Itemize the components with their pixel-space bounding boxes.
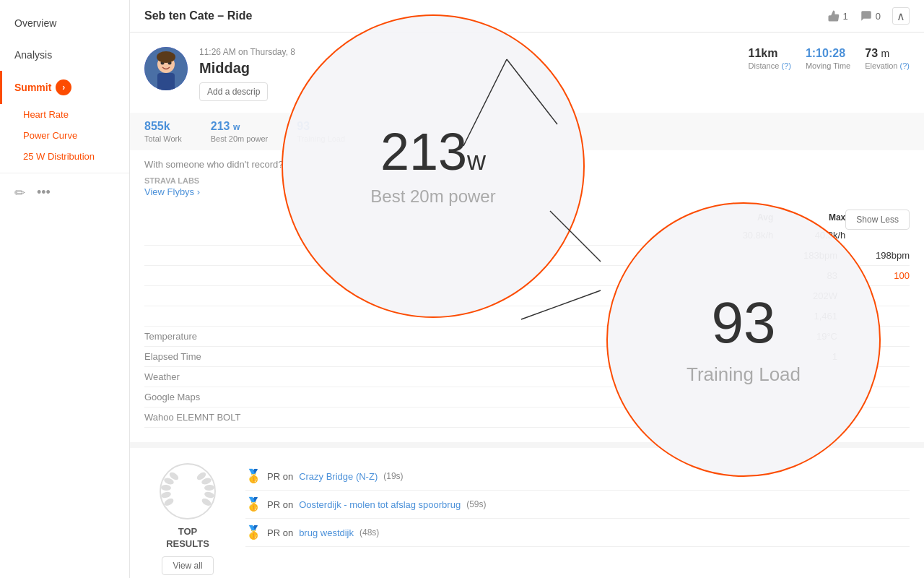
view-flybys-link[interactable]: View Flybys › bbox=[144, 186, 200, 197]
svg-rect-2 bbox=[157, 73, 175, 90]
temp-avg: 19°C bbox=[765, 331, 837, 342]
results-section: TOPRESULTS View all 🥇 PR on Crazy Bridge… bbox=[130, 448, 924, 578]
device-avg bbox=[765, 412, 837, 423]
pr-segment-link-3[interactable]: brug westdijk bbox=[299, 527, 354, 538]
power-max bbox=[837, 290, 910, 301]
activity-header: Seb ten Cate – Ride 1 0 ∧ bbox=[130, 0, 924, 33]
like-action[interactable]: 1 bbox=[827, 9, 848, 22]
pr-label-3: PR on bbox=[267, 527, 293, 538]
activity-name: Middag bbox=[199, 60, 737, 77]
strava-labs-label: STRAVA LABS bbox=[144, 176, 910, 185]
sidebar-actions: ✏ ••• bbox=[0, 173, 129, 212]
avatar bbox=[144, 47, 188, 90]
svg-point-5 bbox=[157, 51, 175, 63]
weather-label: Weather bbox=[144, 371, 765, 382]
like-count: 1 bbox=[843, 11, 848, 22]
thumbs-up-icon bbox=[827, 9, 840, 22]
show-less-button[interactable]: Show Less bbox=[845, 210, 910, 230]
speed-avg: 30.8k/h bbox=[701, 230, 773, 241]
sidebar-item-analysis[interactable]: Analysis bbox=[0, 39, 129, 71]
sidebar-item-summit[interactable]: Summit › bbox=[0, 71, 129, 104]
sidebar-sub-power-curve[interactable]: Power Curve bbox=[0, 125, 129, 146]
pr-segment-link-1[interactable]: Crazy Bridge (N-Z) bbox=[299, 471, 378, 482]
total-work-stat: 855k Total Work bbox=[144, 120, 182, 143]
svg-point-13 bbox=[204, 491, 215, 499]
edit-icon[interactable]: ✏ bbox=[14, 185, 25, 201]
total-work-label: Total Work bbox=[144, 134, 182, 143]
view-all-button[interactable]: View all bbox=[162, 556, 213, 575]
elevation-value: 73 m bbox=[865, 47, 910, 60]
moving-time-value: 1:10:28 bbox=[806, 47, 850, 60]
device-row: Wahoo ELEMNT BOLT bbox=[144, 407, 910, 428]
collapse-button[interactable]: ∧ bbox=[892, 7, 910, 25]
summit-chevron-icon: › bbox=[56, 79, 71, 95]
profile-section: 11:26 AM on Thursday, 8 Middag Add a des… bbox=[144, 47, 910, 101]
cadence-avg: 83 bbox=[765, 270, 837, 281]
weather-max bbox=[837, 371, 910, 382]
details-section: Show Less Avg Max 30.8k/h 40.3k/h 183bpm… bbox=[144, 210, 910, 428]
googlemaps-max bbox=[837, 392, 910, 402]
device-label: Wahoo ELEMNT BOLT bbox=[144, 412, 765, 423]
pr-item-2: 🥇 PR on Oosterdijk - molen tot afslag sp… bbox=[245, 491, 910, 519]
pr-time-1: (19s) bbox=[383, 471, 403, 481]
power-avg: 202W bbox=[765, 290, 837, 301]
training-load-value: 93 bbox=[297, 120, 345, 133]
medal-icon-1: 🥇 bbox=[245, 468, 261, 484]
heartrate-row: 183bpm 198bpm bbox=[144, 246, 910, 266]
best-20m-stat: 213 w Best 20m power bbox=[211, 120, 268, 143]
pr-time-2: (59s) bbox=[466, 499, 486, 509]
heartrate-label bbox=[144, 250, 765, 261]
pr-item-1: 🥇 PR on Crazy Bridge (N-Z) (19s) bbox=[245, 462, 910, 491]
top-results-title: TOPRESULTS bbox=[144, 526, 231, 551]
sidebar-sub-heart-rate[interactable]: Heart Rate bbox=[0, 104, 129, 125]
power-label bbox=[144, 290, 765, 301]
svg-point-9 bbox=[161, 484, 172, 491]
avg-header: Avg bbox=[701, 212, 773, 223]
weather-row: Weather bbox=[144, 367, 910, 387]
moving-time-stat: 1:10:28 Moving Time bbox=[806, 47, 850, 70]
medal-icon-2: 🥇 bbox=[245, 496, 261, 512]
best-20m-value: 213 w bbox=[211, 120, 268, 133]
device-max bbox=[837, 412, 910, 423]
calories-max bbox=[837, 311, 910, 322]
cadence-max: 100 bbox=[837, 270, 910, 281]
comment-icon bbox=[860, 9, 873, 22]
elapsed-row: Elapsed Time 1 bbox=[144, 347, 910, 367]
heartrate-avg: 183bpm bbox=[765, 250, 837, 261]
distance-value: 11km bbox=[749, 47, 791, 60]
activity-meta: 11:26 AM on Thursday, 8 Middag Add a des… bbox=[199, 47, 737, 101]
googlemaps-avg bbox=[765, 392, 837, 402]
pr-time-3: (48s) bbox=[359, 527, 379, 538]
add-description-button[interactable]: Add a descrip bbox=[199, 82, 268, 101]
temp-label: Temperature bbox=[144, 331, 765, 342]
activity-card: 11:26 AM on Thursday, 8 Middag Add a des… bbox=[130, 33, 924, 442]
best-20m-label: Best 20m power bbox=[211, 134, 268, 143]
pr-segment-link-2[interactable]: Oosterdijk - molen tot afslag spoorbrug bbox=[299, 499, 461, 510]
temp-max bbox=[837, 331, 910, 342]
googlemaps-label: Google Maps bbox=[144, 392, 765, 402]
svg-point-8 bbox=[160, 491, 172, 499]
training-load-label: Training Load bbox=[297, 134, 345, 143]
cadence-label bbox=[144, 270, 765, 281]
googlemaps-row: Google Maps bbox=[144, 387, 910, 407]
activity-title: Seb ten Cate – Ride bbox=[144, 9, 252, 22]
pr-list: 🥇 PR on Crazy Bridge (N-Z) (19s) 🥇 PR on… bbox=[245, 462, 910, 547]
svg-point-14 bbox=[204, 484, 215, 491]
calories-row: 1,461 bbox=[144, 306, 910, 327]
with-someone: With someone who didn't record? bbox=[144, 158, 284, 171]
elapsed-label: Elapsed Time bbox=[144, 351, 765, 362]
strava-labs: STRAVA LABS View Flybys › bbox=[144, 176, 910, 198]
power-row: 202W bbox=[144, 286, 910, 306]
pr-item-3: 🥇 PR on brug westdijk (48s) bbox=[245, 519, 910, 547]
comment-count: 0 bbox=[876, 11, 881, 22]
sidebar: Overview Analysis Summit › Heart Rate Po… bbox=[0, 0, 130, 578]
sidebar-sub-distribution[interactable]: 25 W Distribution bbox=[0, 146, 129, 167]
activity-time: 11:26 AM on Thursday, 8 bbox=[199, 47, 737, 57]
sidebar-item-overview[interactable]: Overview bbox=[0, 7, 129, 39]
more-options-icon[interactable]: ••• bbox=[37, 185, 51, 201]
heartrate-max: 198bpm bbox=[837, 250, 910, 261]
summit-label: Summit bbox=[14, 82, 51, 93]
labs-section: With someone who didn't record? bbox=[144, 158, 910, 171]
laurel-icon bbox=[159, 462, 217, 520]
comment-action[interactable]: 0 bbox=[860, 9, 881, 22]
